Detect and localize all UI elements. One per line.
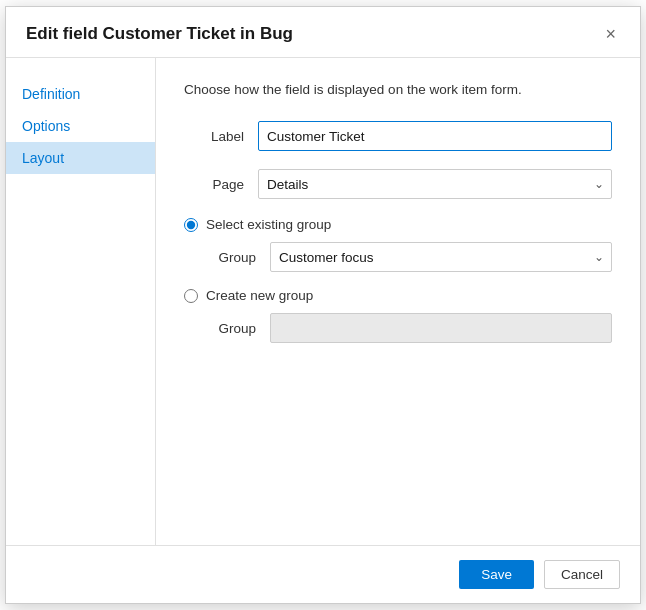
group-row-new: Group [204, 313, 612, 343]
sidebar: Definition Options Layout [6, 58, 156, 545]
sidebar-item-layout[interactable]: Layout [6, 142, 155, 174]
label-field-input[interactable] [258, 121, 612, 151]
page-select-wrapper: Details Other ⌄ [258, 169, 612, 199]
page-field-label: Page [184, 177, 244, 192]
group-select-wrapper: Customer focus Other Group ⌄ [270, 242, 612, 272]
label-field-row: Label [184, 121, 612, 151]
radio-new-group-label[interactable]: Create new group [206, 288, 313, 303]
dialog-body: Definition Options Layout Choose how the… [6, 58, 640, 545]
dialog-footer: Save Cancel [6, 545, 640, 603]
radio-row-existing: Select existing group [184, 217, 612, 232]
description-text: Choose how the field is displayed on the… [184, 82, 612, 97]
page-field-row: Page Details Other ⌄ [184, 169, 612, 199]
radio-existing[interactable] [184, 218, 198, 232]
group-label-new: Group [204, 321, 256, 336]
radio-existing-label[interactable]: Select existing group [206, 217, 331, 232]
group-label-existing: Group [204, 250, 256, 265]
sidebar-item-definition[interactable]: Definition [6, 78, 155, 110]
edit-field-dialog: Edit field Customer Ticket in Bug × Defi… [5, 6, 641, 604]
sidebar-item-options[interactable]: Options [6, 110, 155, 142]
new-group-input[interactable] [270, 313, 612, 343]
radio-new-group[interactable] [184, 289, 198, 303]
close-button[interactable]: × [601, 23, 620, 45]
page-select[interactable]: Details Other [258, 169, 612, 199]
cancel-button[interactable]: Cancel [544, 560, 620, 589]
label-field-label: Label [184, 129, 244, 144]
dialog-header: Edit field Customer Ticket in Bug × [6, 7, 640, 58]
dialog-title: Edit field Customer Ticket in Bug [26, 24, 293, 44]
radio-section-new: Create new group Group [184, 288, 612, 343]
main-content: Choose how the field is displayed on the… [156, 58, 640, 545]
radio-section-existing: Select existing group Group Customer foc… [184, 217, 612, 272]
group-select[interactable]: Customer focus Other Group [270, 242, 612, 272]
save-button[interactable]: Save [459, 560, 534, 589]
radio-row-new: Create new group [184, 288, 612, 303]
group-row-existing: Group Customer focus Other Group ⌄ [204, 242, 612, 272]
